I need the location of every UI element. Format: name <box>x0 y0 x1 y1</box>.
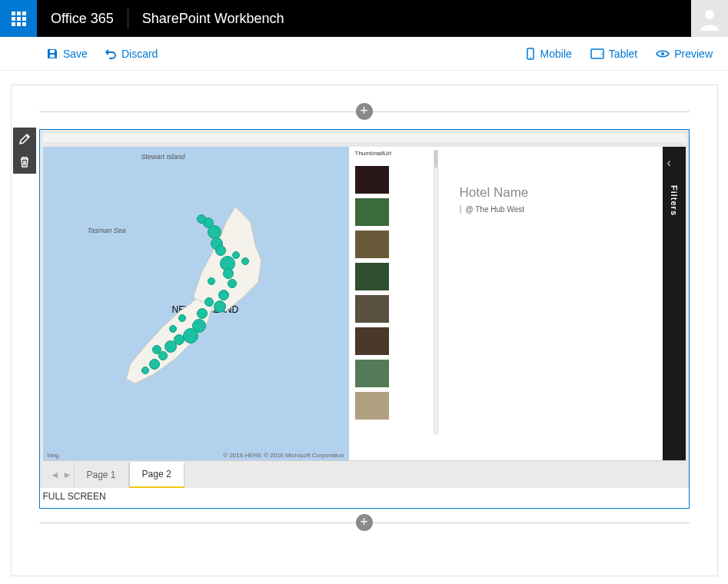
discard-button[interactable]: Discard <box>105 48 158 60</box>
workbench-canvas: + Stewart Island Tasman <box>11 85 718 576</box>
thumbnail-item[interactable] <box>355 231 389 258</box>
section-divider-top: + <box>39 111 690 112</box>
thumbnail-list-visual[interactable]: ThumbnailUrl <box>349 147 440 460</box>
detail-subtitle: @ The Hub West <box>460 205 655 214</box>
bing-logo: bing <box>48 452 59 459</box>
tablet-label: Tablet <box>609 48 637 60</box>
waffle-icon <box>12 12 26 26</box>
nz-landmass <box>120 207 281 388</box>
pbi-page-bar: ◄ ► Page 1 Page 2 <box>43 460 686 488</box>
powerbi-embed: Stewart Island Tasman Sea NEW ZEALAND <box>40 130 689 488</box>
map-visual[interactable]: Stewart Island Tasman Sea NEW ZEALAND <box>43 147 349 460</box>
thumbnail-scrollbar[interactable] <box>434 150 438 434</box>
chevron-left-icon: ‹ <box>667 156 671 170</box>
discard-label: Discard <box>121 48 158 60</box>
thumbnail-item[interactable] <box>355 198 389 226</box>
svg-point-4 <box>601 53 603 55</box>
detail-card-visual: Hotel Name @ The Hub West <box>440 147 663 460</box>
map-copyright: © 2018 HERE © 2018 Microsoft Corporation <box>223 452 344 459</box>
save-button[interactable]: Save <box>46 48 88 60</box>
brand-label: Office 365 <box>37 11 128 27</box>
thumbnail-item[interactable] <box>355 295 389 323</box>
tablet-view-button[interactable]: Tablet <box>590 48 637 60</box>
svg-point-5 <box>661 52 664 55</box>
thumbnail-item[interactable] <box>355 166 389 194</box>
thumbnail-item[interactable] <box>355 360 389 387</box>
page-next-button[interactable]: ► <box>61 470 74 480</box>
map-island-label: Stewart Island <box>141 153 185 161</box>
tablet-icon <box>590 48 604 59</box>
page-tab-2[interactable]: Page 2 <box>129 462 184 488</box>
pbi-report-header-strip <box>43 133 686 142</box>
pbi-report-body: Stewart Island Tasman Sea NEW ZEALAND <box>43 147 686 460</box>
delete-webpart-button[interactable] <box>13 151 36 174</box>
mobile-label: Mobile <box>540 48 572 60</box>
preview-button[interactable]: Preview <box>656 48 713 60</box>
undo-icon <box>105 48 117 60</box>
command-bar: Save Discard Mobile Tablet Preview <box>0 37 728 71</box>
eye-icon <box>656 49 670 58</box>
mobile-view-button[interactable]: Mobile <box>525 48 572 60</box>
webpart-frame: Stewart Island Tasman Sea NEW ZEALAND <box>39 129 690 509</box>
trash-icon <box>18 156 31 168</box>
filters-panel[interactable]: ‹ Filters <box>663 147 686 460</box>
app-launcher[interactable] <box>0 0 37 37</box>
workbench-canvas-wrap: + Stewart Island Tasman <box>0 71 728 584</box>
page-prev-button[interactable]: ◄ <box>49 470 61 480</box>
fullscreen-link[interactable]: FULL SCREEN <box>40 488 689 508</box>
save-label: Save <box>63 48 88 60</box>
webpart-container: Stewart Island Tasman Sea NEW ZEALAND <box>39 129 690 509</box>
edit-webpart-button[interactable] <box>13 128 36 151</box>
page-tab-1[interactable]: Page 1 <box>74 463 129 487</box>
webpart-toolbar <box>13 128 36 174</box>
global-header: Office 365 SharePoint Workbench <box>0 0 728 37</box>
user-avatar[interactable] <box>691 0 728 37</box>
filters-panel-label: Filters <box>670 185 679 216</box>
page-nav: ◄ ► <box>49 470 74 480</box>
thumbnail-item[interactable] <box>355 263 389 290</box>
preview-label: Preview <box>674 48 713 60</box>
thumbnail-item[interactable] <box>355 327 389 355</box>
svg-point-2 <box>530 57 531 58</box>
add-webpart-button-bottom[interactable]: + <box>356 514 373 531</box>
save-icon <box>46 48 58 60</box>
thumbnail-column-header: ThumbnailUrl <box>355 150 440 157</box>
section-divider-bottom: + <box>39 523 690 523</box>
product-label: SharePoint Workbench <box>128 11 298 27</box>
detail-title: Hotel Name <box>460 185 655 201</box>
pencil-icon <box>18 133 31 145</box>
thumbnail-item[interactable] <box>355 392 389 420</box>
svg-point-0 <box>705 10 714 19</box>
add-webpart-button-top[interactable]: + <box>356 103 373 120</box>
person-icon <box>697 6 722 31</box>
mobile-icon <box>525 48 536 60</box>
